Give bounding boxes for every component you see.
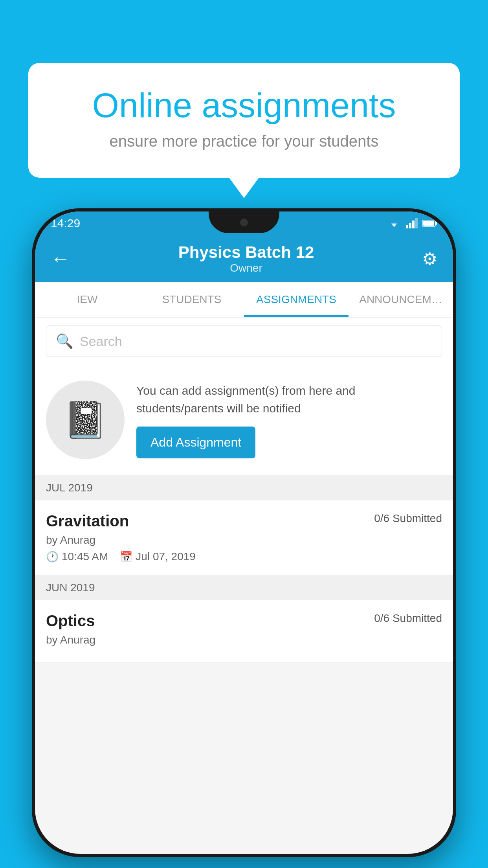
assignment-by-optics: by Anurag	[46, 634, 442, 646]
assignment-time-value: 10:45 AM	[62, 550, 108, 563]
notebook-icon: 📓	[63, 399, 107, 441]
search-input[interactable]: Search	[80, 334, 122, 349]
assignment-submitted-optics: 0/6 Submitted	[374, 612, 442, 625]
status-time: 14:29	[51, 217, 80, 230]
empty-state: 📓 You can add assignment(s) from here an…	[35, 365, 453, 475]
signal-icon	[406, 218, 418, 228]
tab-bar: IEW STUDENTS ASSIGNMENTS ANNOUNCEM…	[35, 282, 453, 318]
svg-rect-6	[423, 221, 434, 226]
search-icon: 🔍	[56, 333, 73, 349]
bubble-title: Online assignments	[60, 86, 428, 125]
app-bar-title-area: Physics Batch 12 Owner	[70, 243, 422, 274]
back-button[interactable]: ←	[51, 247, 70, 270]
svg-rect-5	[435, 222, 437, 225]
section-header-jul: JUL 2019	[35, 475, 453, 500]
battery-icon	[422, 219, 437, 228]
settings-button[interactable]: ⚙	[422, 249, 437, 269]
status-bar: 14:29	[35, 211, 453, 235]
tab-assignments[interactable]: ASSIGNMENTS	[244, 282, 349, 317]
app-bar: ← Physics Batch 12 Owner ⚙	[35, 235, 453, 282]
search-container: 🔍 Search	[35, 318, 453, 365]
svg-rect-3	[415, 218, 418, 228]
bubble-subtitle: ensure more practice for your students	[60, 132, 428, 150]
batch-subtitle: Owner	[70, 262, 422, 274]
promo-card: Online assignments ensure more practice …	[28, 63, 460, 178]
assignment-time: 🕐 10:45 AM	[46, 550, 108, 563]
assignment-date-value: Jul 07, 2019	[136, 550, 196, 563]
tab-announcements[interactable]: ANNOUNCEM…	[349, 282, 453, 317]
svg-rect-0	[406, 225, 408, 228]
assignment-header: Gravitation 0/6 Submitted	[46, 512, 442, 530]
camera	[240, 219, 248, 226]
assignment-item-optics[interactable]: Optics 0/6 Submitted by Anurag	[35, 600, 453, 662]
assignment-header-optics: Optics 0/6 Submitted	[46, 612, 442, 630]
assignment-meta: 🕐 10:45 AM 📅 Jul 07, 2019	[46, 550, 442, 563]
clock-icon: 🕐	[46, 551, 59, 563]
empty-description: You can add assignment(s) from here and …	[136, 382, 442, 417]
svg-rect-1	[409, 223, 411, 228]
section-header-jun: JUN 2019	[35, 575, 453, 600]
notch	[209, 211, 279, 233]
tab-iew[interactable]: IEW	[35, 282, 139, 317]
assignment-name: Gravitation	[46, 512, 129, 530]
speech-bubble: Online assignments ensure more practice …	[28, 63, 460, 178]
calendar-icon: 📅	[120, 551, 132, 563]
tab-students[interactable]: STUDENTS	[139, 282, 244, 317]
assignment-date: 📅 Jul 07, 2019	[120, 550, 196, 563]
phone-frame: 14:29	[32, 208, 456, 857]
empty-text-area: You can add assignment(s) from here and …	[136, 382, 442, 458]
phone-screen: 14:29	[35, 211, 453, 854]
assignment-by: by Anurag	[46, 534, 442, 546]
status-icons	[387, 218, 437, 228]
assignment-item-gravitation[interactable]: Gravitation 0/6 Submitted by Anurag 🕐 10…	[35, 500, 453, 575]
assignment-name-optics: Optics	[46, 612, 95, 630]
svg-rect-2	[412, 221, 415, 228]
search-box[interactable]: 🔍 Search	[46, 326, 442, 357]
wifi-icon	[387, 218, 401, 228]
batch-title: Physics Batch 12	[70, 243, 422, 262]
empty-icon: 📓	[46, 381, 125, 459]
add-assignment-button[interactable]: Add Assignment	[136, 427, 255, 458]
assignment-submitted: 0/6 Submitted	[374, 512, 442, 525]
